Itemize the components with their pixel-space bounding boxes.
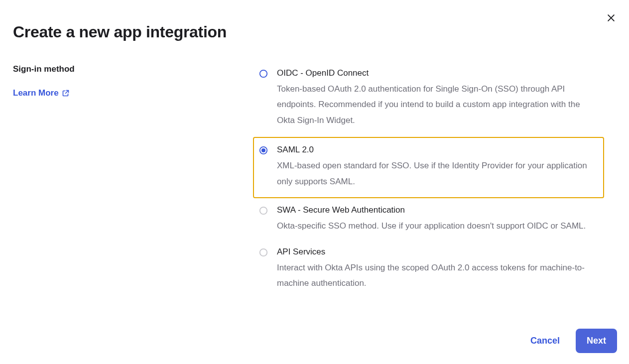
option-title: SAML 2.0 (277, 145, 596, 155)
radio-unselected-icon (259, 69, 268, 78)
option-desc: Okta-specific SSO method. Use if your ap… (277, 218, 599, 234)
option-title: API Services (277, 247, 599, 257)
option-oidc[interactable]: OIDC - OpenID Connect Token-based OAuth … (259, 64, 604, 135)
section-label: Sign-in method (13, 64, 259, 74)
sign-in-method-options: OIDC - OpenID Connect Token-based OAuth … (259, 64, 619, 300)
cancel-button[interactable]: Cancel (528, 332, 562, 350)
radio-selected-icon (259, 146, 268, 155)
option-desc: Token-based OAuth 2.0 authentication for… (277, 81, 599, 128)
option-title: SWA - Secure Web Authentication (277, 205, 599, 215)
svg-point-4 (260, 248, 267, 255)
radio-saml[interactable] (259, 146, 268, 155)
create-app-integration-modal: Create a new app integration Sign-in met… (0, 0, 629, 364)
left-column: Sign-in method Learn More (13, 64, 259, 98)
svg-point-0 (260, 70, 267, 77)
close-icon (606, 13, 616, 23)
external-link-icon (62, 89, 70, 97)
radio-disabled-icon (259, 248, 268, 257)
learn-more-text: Learn More (13, 88, 59, 98)
modal-title: Create a new app integration (13, 23, 619, 41)
close-button[interactable] (606, 13, 618, 25)
radio-api-services[interactable] (259, 248, 268, 257)
svg-point-2 (261, 148, 265, 152)
option-swa[interactable]: SWA - Secure Web Authentication Okta-spe… (259, 201, 604, 241)
modal-footer: Cancel Next (528, 329, 617, 353)
radio-disabled-icon (259, 206, 268, 215)
radio-swa[interactable] (259, 206, 268, 215)
learn-more-link[interactable]: Learn More (13, 88, 70, 98)
radio-oidc[interactable] (259, 69, 268, 78)
option-saml[interactable]: SAML 2.0 XML-based open standard for SSO… (253, 137, 604, 198)
option-api-services[interactable]: API Services Interact with Okta APIs usi… (259, 243, 604, 298)
option-title: OIDC - OpenID Connect (277, 68, 599, 78)
next-button[interactable]: Next (576, 329, 617, 353)
option-desc: XML-based open standard for SSO. Use if … (277, 158, 596, 189)
svg-point-3 (260, 207, 267, 214)
option-desc: Interact with Okta APIs using the scoped… (277, 260, 599, 291)
